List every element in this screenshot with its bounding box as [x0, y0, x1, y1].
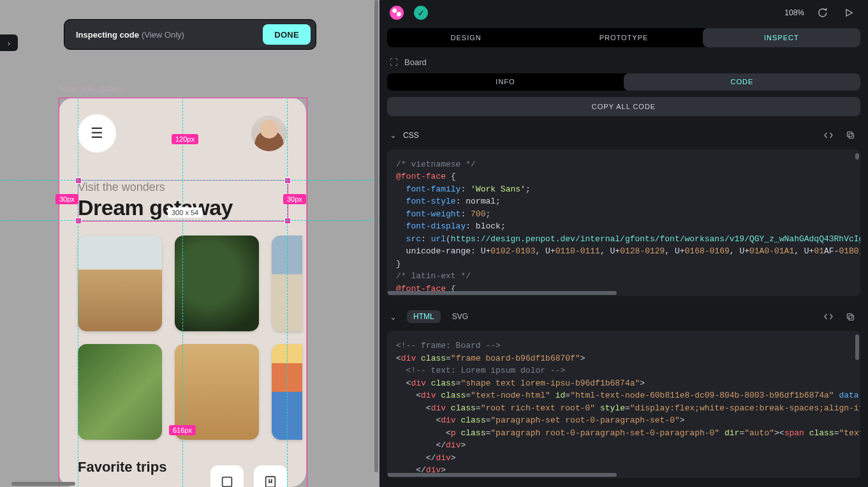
app-logo[interactable] [390, 6, 404, 20]
tab-inspect[interactable]: INSPECT [703, 28, 860, 47]
bookmark-card-icon [254, 465, 287, 487]
svg-rect-5 [847, 313, 852, 318]
chevron-right-icon: › [8, 38, 10, 48]
chevron-down-icon [390, 130, 397, 140]
inspector-topbar: ✓ 108% [379, 0, 868, 26]
html-code-block[interactable]: <!-- frame: Board --> <div class="frame … [387, 331, 860, 478]
svg-rect-0 [223, 477, 232, 487]
list-view-icon [210, 465, 244, 487]
banner-title: Inspecting code [76, 30, 139, 40]
inspect-banner: Inspecting code (View Only) DONE [64, 19, 316, 50]
css-section-header[interactable]: CSS [379, 124, 868, 147]
play-icon[interactable] [840, 4, 858, 22]
svg-rect-2 [849, 133, 854, 139]
frame-label[interactable]: home_with_gallery [59, 84, 122, 93]
chevron-down-icon [390, 312, 397, 322]
gallery-tile [175, 344, 259, 440]
tab-prototype[interactable]: PROTOTYPE [545, 28, 702, 47]
avatar [251, 116, 287, 151]
gallery-tile [78, 236, 162, 331]
svg-rect-4 [849, 315, 854, 320]
copy-icon[interactable] [842, 128, 858, 143]
expand-panel-button[interactable]: › [0, 34, 18, 51]
svg-rect-3 [847, 132, 852, 137]
canvas-scrollbar-horizontal[interactable] [11, 482, 75, 486]
app-subtitle: Visit the wonders [78, 181, 287, 194]
gallery-tile [175, 236, 259, 331]
design-canvas[interactable]: › Inspecting code (View Only) DONE home_… [0, 0, 379, 487]
code-scrollbar-vertical[interactable] [855, 334, 859, 360]
css-code-block[interactable]: /* vietnamese */ @font-face { font-famil… [387, 149, 860, 297]
inspector-panel: ✓ 108% DESIGN PROTOTYPE INSPECT Board IN… [379, 0, 868, 487]
pill-html[interactable]: HTML [407, 310, 441, 323]
tab-code[interactable]: CODE [624, 73, 860, 91]
copy-all-button[interactable]: COPY ALL CODE [387, 97, 860, 116]
code-brackets-icon[interactable] [821, 309, 836, 324]
breadcrumb: Board [379, 54, 868, 73]
pill-svg[interactable]: SVG [446, 310, 474, 323]
gallery-tile [78, 344, 162, 440]
inspect-subtabs: INFO CODE [387, 73, 860, 91]
canvas-scrollbar-vertical[interactable] [374, 0, 378, 487]
sync-status-icon[interactable]: ✓ [414, 6, 428, 20]
tab-design[interactable]: DESIGN [387, 28, 545, 47]
comments-icon[interactable] [813, 4, 831, 22]
markup-language-pills: HTML SVG [407, 310, 474, 323]
breadcrumb-item[interactable]: Board [404, 57, 427, 67]
html-section-header[interactable]: HTML SVG [379, 305, 868, 328]
app-title: Dream getaway [78, 195, 287, 220]
code-brackets-icon[interactable] [821, 128, 836, 143]
gallery [78, 236, 306, 440]
banner-subtitle: (View Only) [142, 30, 184, 40]
gallery-tile [272, 344, 302, 440]
zoom-level[interactable]: 108% [784, 8, 804, 17]
frame-icon [390, 57, 398, 67]
gallery-tile [272, 236, 302, 331]
code-scrollbar-vertical[interactable] [855, 153, 859, 160]
code-scrollbar-horizontal[interactable] [387, 473, 617, 477]
tab-info[interactable]: INFO [387, 73, 624, 91]
design-frame[interactable]: ☰ Visit the wonders Dream getaway Favori… [59, 98, 306, 487]
code-scrollbar-horizontal[interactable] [387, 291, 617, 295]
hamburger-icon: ☰ [91, 125, 103, 142]
copy-icon[interactable] [842, 309, 858, 324]
hamburger-button: ☰ [78, 114, 116, 153]
css-section-title: CSS [403, 131, 419, 140]
main-tabs: DESIGN PROTOTYPE INSPECT [387, 28, 860, 47]
done-button[interactable]: DONE [263, 24, 311, 45]
